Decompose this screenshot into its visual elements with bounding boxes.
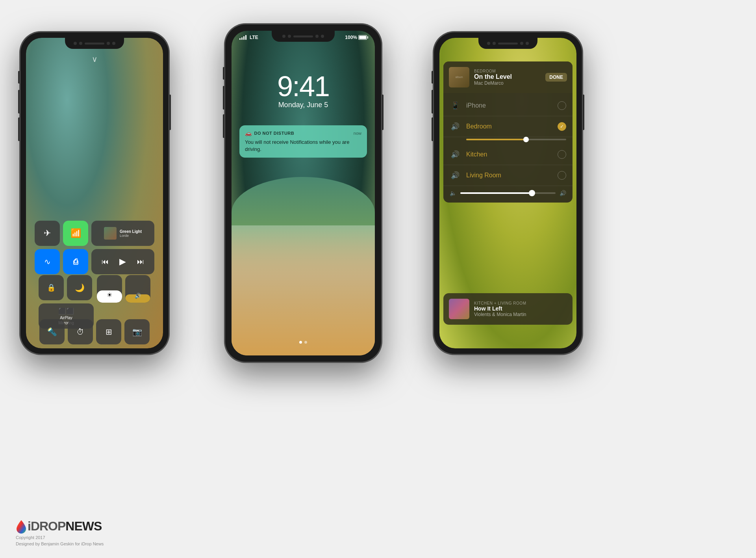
lock-screen-background: LTE 100% 9:41 Monday, June 5 — [232, 31, 375, 355]
phone-3-body: album BEDROOM On the Level Mac DeMarco D… — [433, 32, 583, 355]
bluetooth-tile[interactable]: ⎙ — [63, 249, 88, 274]
iphone-icon: 📱 — [450, 100, 461, 111]
device-item-kitchen[interactable]: 🔊 Kitchen — [443, 144, 573, 165]
room-label: BEDROOM — [474, 69, 541, 73]
bedroom-check: ✓ — [558, 122, 566, 131]
do-not-disturb-tile[interactable]: 🌙 — [67, 275, 92, 300]
volume-down-button[interactable] — [18, 117, 20, 141]
mini-room-label: KITCHEN + LIVING ROOM — [474, 301, 567, 305]
notch-2-speaker — [293, 35, 313, 37]
notch-3-dot-3 — [520, 42, 523, 45]
dnd-notification[interactable]: 🚗 DO NOT DISTURB now You will not receiv… — [239, 125, 367, 158]
song-title-main: On the Level — [474, 73, 541, 80]
song-title: Green Light — [120, 229, 142, 234]
power-button[interactable] — [169, 95, 171, 130]
mute-switch — [18, 71, 20, 84]
bedroom-volume-track[interactable] — [466, 139, 566, 140]
volume-slider[interactable]: 🔊 — [125, 275, 150, 303]
play-pause-button[interactable]: ▶ — [119, 257, 126, 267]
logo-idrop: iDROP — [28, 519, 65, 533]
airplane-mode-tile[interactable]: ✈ — [35, 221, 60, 246]
fast-forward-button[interactable]: ⏭ — [137, 258, 144, 266]
song-info: BEDROOM On the Level Mac DeMarco — [474, 69, 541, 86]
battery-icon — [358, 35, 367, 40]
page-dot-2 — [304, 341, 307, 344]
notch-2-dot-3 — [315, 35, 319, 38]
album-art: album — [449, 67, 469, 87]
kitchen-check — [558, 150, 566, 159]
volume-min-icon: 🔈 — [450, 190, 456, 196]
lock-screen-date: Monday, June 5 — [232, 101, 375, 109]
volume-down-button-2[interactable] — [223, 114, 224, 138]
master-volume-track[interactable] — [460, 192, 556, 194]
living-room-label: Living Room — [466, 172, 552, 179]
phone-1-body: ∨ ✈ 📶 Green Light Lorde — [20, 32, 169, 355]
volume-up-button-2[interactable] — [223, 86, 224, 110]
logo-text: iDROPNEWS — [28, 519, 102, 534]
music-info: Green Light Lorde — [120, 229, 142, 238]
credit-text: Designed by Benjamin Geskin for iDrop Ne… — [16, 541, 104, 546]
notch-2 — [272, 31, 335, 42]
rotation-lock-tile[interactable]: 🔒 — [39, 275, 64, 300]
notch-speaker — [85, 43, 104, 45]
calculator-tile[interactable]: ⊞ — [96, 319, 121, 344]
phone-3-screen: album BEDROOM On the Level Mac DeMarco D… — [439, 38, 576, 348]
phone-1-screen: ∨ ✈ 📶 Green Light Lorde — [26, 38, 163, 348]
swipe-indicator: ∨ — [92, 54, 98, 64]
lock-screen-time: 9:41 — [232, 70, 375, 102]
mini-player[interactable]: KITCHEN + LIVING ROOM How It Left Violen… — [443, 293, 573, 325]
device-item-living-room[interactable]: 🔊 Living Room — [443, 165, 573, 186]
volume-up-button[interactable] — [18, 90, 20, 113]
battery-indicator: 100% — [345, 35, 367, 40]
notch-2-dot-1 — [282, 35, 285, 38]
mini-song-title: How It Left — [474, 305, 567, 312]
phone-2-screen: LTE 100% 9:41 Monday, June 5 — [232, 31, 375, 355]
bedroom-volume-row — [443, 137, 573, 144]
page-dot-1 — [299, 341, 302, 344]
timer-tile[interactable]: ⏱ — [68, 319, 93, 344]
bedroom-label: Bedroom — [466, 123, 552, 130]
phone-2-lock-screen: LTE 100% 9:41 Monday, June 5 — [224, 24, 382, 363]
carrier-label: LTE — [250, 35, 258, 40]
flashlight-tile[interactable]: 🔦 — [39, 319, 65, 344]
done-button[interactable]: DONE — [545, 73, 567, 82]
logo: iDROPNEWS — [16, 519, 104, 534]
iphone-label: iPhone — [466, 102, 552, 109]
notch-3-dot-2 — [493, 42, 496, 45]
notch-3-dot-1 — [487, 42, 490, 45]
phone-1-control-center: ∨ ✈ 📶 Green Light Lorde — [20, 32, 169, 355]
rewind-button[interactable]: ⏮ — [102, 258, 109, 266]
artist-name: Lorde — [120, 234, 142, 238]
mini-artist: Violents & Monica Martin — [474, 312, 567, 317]
volume-down-button-3[interactable] — [432, 117, 433, 141]
wifi-tile[interactable]: ∿ — [35, 249, 60, 274]
notification-time: now — [354, 131, 361, 136]
copyright-text: Copyright 2017 — [16, 535, 104, 540]
mute-switch-2 — [223, 67, 224, 80]
bedroom-volume-thumb — [523, 137, 529, 142]
power-button-2[interactable] — [382, 95, 384, 130]
airplay-panel: album BEDROOM On the Level Mac DeMarco D… — [443, 61, 573, 203]
now-playing-tile[interactable]: Green Light Lorde — [91, 221, 154, 246]
now-playing-header: album BEDROOM On the Level Mac DeMarco D… — [443, 61, 573, 93]
camera-tile[interactable]: 📷 — [124, 319, 150, 344]
notification-body: You will not receive Notifications while… — [245, 139, 361, 153]
cellular-tile[interactable]: 📶 — [63, 221, 88, 246]
device-item-bedroom[interactable]: 🔊 Bedroom ✓ — [443, 116, 573, 137]
logo-news: NEWS — [65, 519, 102, 533]
notch-dot-1 — [74, 42, 77, 45]
volume-max-icon: 🔊 — [560, 190, 566, 196]
volume-up-button-3[interactable] — [432, 90, 433, 113]
living-room-speaker-icon: 🔊 — [450, 170, 461, 181]
device-item-iphone[interactable]: 📱 iPhone — [443, 95, 573, 116]
control-center-background: ∨ ✈ 📶 Green Light Lorde — [26, 38, 163, 348]
brightness-slider[interactable]: ☀ — [97, 275, 122, 303]
power-button-3[interactable] — [583, 95, 584, 130]
bedroom-volume-fill — [466, 139, 526, 140]
living-room-check — [558, 171, 566, 180]
notch-3 — [478, 38, 537, 49]
wave-bg-2 — [232, 225, 375, 355]
notch-dot-4 — [112, 42, 115, 45]
signal-strength — [239, 35, 246, 40]
phone-2-body: LTE 100% 9:41 Monday, June 5 — [224, 24, 382, 363]
